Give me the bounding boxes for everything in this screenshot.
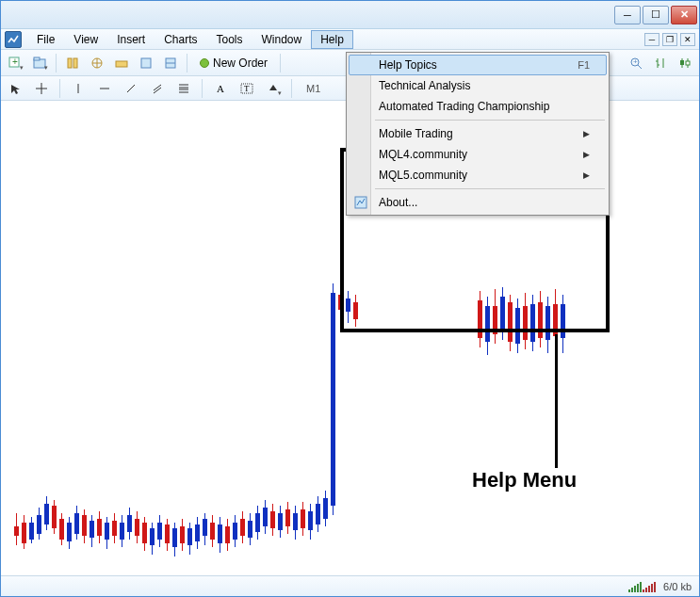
separator xyxy=(291,79,292,98)
trendline-button[interactable] xyxy=(121,78,141,99)
svg-line-28 xyxy=(127,85,135,92)
menu-item-label: Mobile Trading xyxy=(379,127,453,140)
separator xyxy=(280,54,281,73)
timeframe-m1-button[interactable]: M1 xyxy=(300,80,327,97)
help-dropdown: Help Topics F1 Technical Analysis Automa… xyxy=(346,52,610,216)
vertical-line-button[interactable] xyxy=(68,78,89,99)
candle-chart-button[interactable] xyxy=(675,53,695,73)
bar-chart-button[interactable] xyxy=(650,53,671,73)
main-window: ─ ☐ ✕ File View Insert Charts Tools Wind… xyxy=(0,0,700,597)
menu-item-label: Automated Trading Championship xyxy=(379,100,549,113)
separator xyxy=(59,79,60,98)
maximize-button[interactable]: ☐ xyxy=(643,6,669,24)
statusbar: 6/0 kb xyxy=(1,575,699,596)
menu-item-shortcut: F1 xyxy=(578,59,590,71)
fibonacci-button[interactable] xyxy=(173,78,194,99)
cursor-button[interactable] xyxy=(5,78,25,99)
annotation-line xyxy=(555,334,558,468)
menu-item-label: About... xyxy=(379,196,417,209)
mql5-community-item[interactable]: MQL5.community ▶ xyxy=(349,165,607,186)
mdi-restore-button[interactable]: ❐ xyxy=(662,33,677,46)
menu-help[interactable]: Help xyxy=(311,30,353,49)
menu-item-label: Technical Analysis xyxy=(379,79,470,92)
mdi-minimize-button[interactable]: ─ xyxy=(644,33,659,46)
network-status: 6/0 kb xyxy=(663,581,692,592)
svg-text:+: + xyxy=(633,57,638,66)
menu-window[interactable]: Window xyxy=(252,30,312,49)
arrows-button[interactable] xyxy=(263,78,284,99)
svg-rect-23 xyxy=(686,61,690,65)
zoom-in-button[interactable]: + xyxy=(626,53,646,73)
window-controls: ─ ☐ ✕ xyxy=(614,6,697,24)
svg-rect-21 xyxy=(680,60,684,65)
svg-line-14 xyxy=(638,65,642,69)
navigator-button[interactable] xyxy=(87,53,107,73)
profiles-button[interactable] xyxy=(29,53,50,73)
svg-line-29 xyxy=(154,85,161,90)
svg-rect-5 xyxy=(73,58,77,68)
connection-bars-icon xyxy=(628,581,656,592)
submenu-arrow-icon: ▶ xyxy=(583,150,590,159)
submenu-arrow-icon: ▶ xyxy=(583,170,590,180)
menu-item-label: MQL4.community xyxy=(379,148,467,161)
about-item[interactable]: About... xyxy=(349,192,607,213)
menu-insert[interactable]: Insert xyxy=(107,30,155,49)
separator xyxy=(56,54,57,73)
menu-item-label: MQL5.community xyxy=(379,169,467,182)
menubar: File View Insert Charts Tools Window Hel… xyxy=(1,29,699,50)
menu-item-label: Help Topics xyxy=(379,58,437,72)
menu-charts[interactable]: Charts xyxy=(155,30,206,49)
channel-button[interactable] xyxy=(147,78,168,99)
menu-tools[interactable]: Tools xyxy=(207,30,252,49)
separator xyxy=(187,54,187,73)
new-chart-button[interactable]: + xyxy=(5,53,25,73)
text-button[interactable]: A xyxy=(210,78,231,99)
menu-view[interactable]: View xyxy=(64,30,107,49)
menu-separator xyxy=(375,188,605,189)
annotation-label: Help Menu xyxy=(472,468,577,492)
menu-file[interactable]: File xyxy=(27,30,64,49)
text-label-button[interactable]: T xyxy=(236,78,257,99)
mobile-trading-item[interactable]: Mobile Trading ▶ xyxy=(349,123,607,144)
svg-rect-4 xyxy=(68,58,72,68)
svg-text:T: T xyxy=(244,84,250,93)
svg-rect-3 xyxy=(34,57,40,60)
minimize-button[interactable]: ─ xyxy=(614,6,641,24)
close-button[interactable]: ✕ xyxy=(671,6,697,24)
new-order-button[interactable]: New Order xyxy=(193,54,274,73)
automated-trading-item[interactable]: Automated Trading Championship xyxy=(349,96,607,117)
separator xyxy=(202,79,203,98)
svg-rect-10 xyxy=(141,58,151,68)
new-order-icon xyxy=(200,58,209,68)
horizontal-line-button[interactable] xyxy=(94,78,115,99)
svg-rect-9 xyxy=(116,61,127,67)
submenu-arrow-icon: ▶ xyxy=(583,129,590,138)
strategy-tester-button[interactable] xyxy=(160,53,181,73)
new-order-label: New Order xyxy=(213,56,268,70)
menu-separator xyxy=(375,120,605,121)
crosshair-button[interactable] xyxy=(31,78,52,99)
help-topics-item[interactable]: Help Topics F1 xyxy=(349,55,607,75)
terminal-button[interactable] xyxy=(111,53,132,73)
mql4-community-item[interactable]: MQL4.community ▶ xyxy=(349,144,607,165)
svg-line-30 xyxy=(154,88,161,93)
svg-text:+: + xyxy=(12,56,18,67)
mdi-close-button[interactable]: ✕ xyxy=(680,33,695,46)
about-icon xyxy=(353,195,368,210)
mdi-controls: ─ ❐ ✕ xyxy=(644,33,699,46)
data-window-button[interactable] xyxy=(136,53,156,73)
titlebar: ─ ☐ ✕ xyxy=(1,1,699,29)
market-watch-button[interactable] xyxy=(62,53,83,73)
app-icon xyxy=(5,31,22,48)
technical-analysis-item[interactable]: Technical Analysis xyxy=(349,75,607,96)
